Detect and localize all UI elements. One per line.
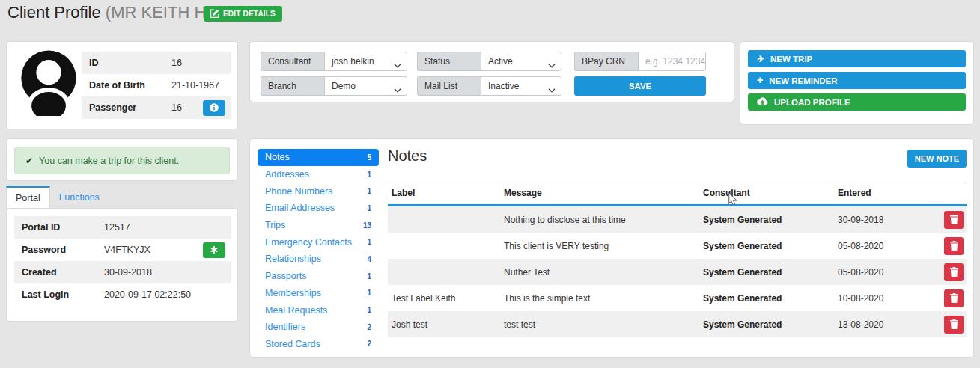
sidebar-item-count: 1 — [367, 289, 371, 297]
sidebar-item-phone-numbers[interactable]: Phone Numbers1 — [258, 183, 379, 200]
portal-row: Portal ID12517 — [14, 216, 231, 239]
portal-row-value: 12517 — [104, 222, 231, 233]
sidebar-item-label: Addresses — [265, 169, 309, 180]
sidebar-item-label: Meal Requests — [265, 305, 327, 316]
sidebar-item-count: 1 — [367, 204, 371, 212]
field-group-consultant: Consultantjosh helkin — [261, 52, 407, 71]
select-consultant[interactable]: josh helkin — [324, 52, 407, 71]
column-header-message: Message — [504, 188, 703, 198]
delete-note-button[interactable] — [944, 263, 964, 281]
delete-note-button[interactable] — [944, 316, 964, 334]
new-trip-button[interactable]: ✈NEW TRIP — [748, 50, 966, 67]
tab-functions-label: Functions — [59, 192, 100, 203]
note-consultant-cell: System Generated — [703, 319, 838, 330]
delete-note-button[interactable] — [944, 211, 964, 229]
field-group-status: StatusActive — [417, 52, 561, 71]
form-row-1: Consultantjosh helkinStatusActiveBPay CR… — [261, 52, 734, 71]
profile-row: ID16 — [82, 52, 231, 74]
profile-row: Passenger16 — [82, 96, 231, 119]
note-consultant-cell: System Generated — [703, 267, 838, 277]
sidebar-item-label: Memberships — [265, 288, 321, 298]
note-row: Nuther TestSystem Generated05-08-2020 — [388, 259, 967, 285]
note-row: Josh testtest testSystem Generated13-08-… — [388, 311, 967, 337]
sidebar-item-count: 1 — [367, 306, 371, 314]
new-reminder-button[interactable]: +NEW REMINDER — [748, 72, 966, 89]
notes-table: LabelMessageConsultantEntered Nothing to… — [388, 183, 967, 337]
sidebar-item-trips[interactable]: Trips13 — [258, 217, 379, 234]
delete-note-button[interactable] — [944, 289, 964, 307]
portal-row-value: 30-09-2018 — [104, 267, 231, 277]
field-label-status: Status — [417, 52, 481, 71]
edit-details-button[interactable]: EDIT DETAILS — [204, 6, 282, 22]
note-entered-cell: 05-08-2020 — [838, 267, 935, 277]
note-consultant-cell: System Generated — [703, 215, 838, 225]
sidebar-item-meal-requests[interactable]: Meal Requests1 — [258, 301, 379, 319]
select-consultant-value: josh helkin — [332, 56, 374, 67]
sidebar-item-passports[interactable]: Passports1 — [258, 268, 379, 285]
records-nav: Notes5Addresses1Phone Numbers1Email Addr… — [258, 149, 379, 352]
mouse-cursor — [728, 192, 738, 209]
new-note-button[interactable]: NEW NOTE — [907, 150, 967, 168]
portal-info-table: Portal ID12517PasswordV4FTKYJXCreated30-… — [14, 216, 231, 306]
profile-row-label: Date of Birth — [89, 80, 171, 91]
sidebar-item-addresses[interactable]: Addresses1 — [258, 166, 379, 183]
edit-details-label: EDIT DETAILS — [223, 10, 276, 18]
input-bpay-crn[interactable] — [645, 52, 705, 70]
regenerate-password-button[interactable] — [203, 242, 225, 258]
save-button[interactable]: SAVE — [574, 76, 706, 96]
sidebar-item-label: Identifiers — [265, 322, 305, 332]
tab-portal[interactable]: Portal — [6, 186, 50, 208]
field-group-branch: BranchDemo — [261, 76, 407, 96]
sidebar-item-label: Phone Numbers — [265, 186, 332, 197]
sidebar-item-stored-cards[interactable]: Stored Cards2 — [258, 336, 379, 353]
sidebar-item-relationships[interactable]: Relationships4 — [258, 251, 379, 268]
trip-alert-message: You can make a trip for this client. — [39, 156, 179, 166]
note-message-cell: This is the simple text — [504, 293, 703, 304]
select-mail-list[interactable]: Inactive — [481, 76, 561, 96]
sidebar-item-count: 4 — [367, 255, 371, 263]
sidebar-item-memberships[interactable]: Memberships1 — [258, 285, 379, 302]
profile-card: ID16Date of Birth21-10-1967Passenger16 — [6, 41, 238, 129]
trip-alert-card: ✔ You can make a trip for this client. — [6, 138, 238, 181]
upload-profile-label: UPLOAD PROFILE — [774, 98, 850, 107]
field-label-consultant: Consultant — [261, 52, 324, 71]
plane-icon: ✈ — [757, 54, 764, 64]
sidebar-item-identifiers[interactable]: Identifiers2 — [258, 319, 379, 336]
note-entered-cell: 30-09-2018 — [838, 215, 935, 225]
profile-row-label: ID — [89, 58, 171, 68]
note-label-cell: Test Label Keith — [392, 293, 504, 304]
portal-card: Portal ID12517PasswordV4FTKYJXCreated30-… — [6, 208, 238, 322]
portal-row-label: Created — [22, 267, 104, 277]
chevron-down-icon — [548, 60, 556, 70]
sidebar-item-count: 1 — [367, 187, 371, 195]
note-row: Nothing to disclose at this timeSystem G… — [388, 206, 967, 233]
sidebar-item-count: 1 — [367, 171, 371, 179]
details-form-card: Consultantjosh helkinStatusActiveBPay CR… — [249, 41, 734, 102]
profile-info-table: ID16Date of Birth21-10-1967Passenger16 — [82, 52, 231, 119]
note-entered-cell: 05-08-2020 — [838, 241, 935, 251]
portal-row-label: Last Login — [22, 289, 104, 300]
field-group-mail-list: Mail ListInactive — [417, 76, 561, 96]
sidebar-item-email-addresses[interactable]: Email Addresses1 — [258, 200, 379, 217]
sidebar-item-count: 13 — [363, 221, 371, 230]
passenger-info-button[interactable] — [203, 100, 225, 116]
sidebar-item-emergency-contacts[interactable]: Emergency Contacts1 — [258, 233, 379, 251]
upload-profile-button[interactable]: UPLOAD PROFILE — [748, 93, 966, 111]
sidebar-item-count: 2 — [367, 340, 371, 348]
portal-row-value: V4FTKYJX — [104, 245, 203, 255]
form-row-2: BranchDemoMail ListInactiveSAVE — [261, 76, 734, 96]
portal-row: Created30-09-2018 — [14, 261, 231, 283]
select-branch[interactable]: Demo — [324, 76, 407, 96]
note-message-cell: Nuther Test — [504, 267, 703, 277]
tab-functions[interactable]: Functions — [50, 186, 109, 208]
client-profile-page: Client Profile (MR KEITH HARRIS) EDIT DE… — [0, 0, 980, 368]
note-entered-cell: 10-08-2020 — [838, 293, 935, 304]
plus-icon: + — [757, 76, 763, 85]
sidebar-item-notes[interactable]: Notes5 — [258, 149, 379, 166]
field-group-bpay-crn: BPay CRN — [574, 52, 706, 71]
delete-note-button[interactable] — [944, 237, 964, 255]
select-mail-list-value: Inactive — [488, 81, 519, 91]
select-status[interactable]: Active — [481, 52, 561, 71]
notes-table-body: Nothing to disclose at this timeSystem G… — [388, 206, 967, 337]
profile-row: Date of Birth21-10-1967 — [82, 74, 231, 96]
